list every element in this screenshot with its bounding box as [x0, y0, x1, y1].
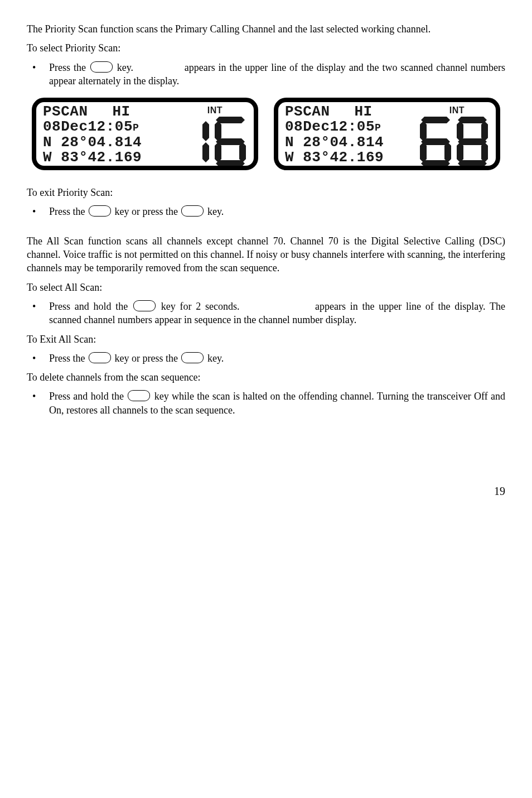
lcd-lat: N 28°04.814 [285, 135, 384, 150]
all-scan-exit-heading: To Exit All Scan: [27, 333, 505, 346]
priority-scan-select-heading: To select Priority Scan: [27, 41, 505, 55]
text-fragment: Press and hold the [49, 391, 127, 402]
text-fragment: key. [205, 353, 224, 364]
priority-scan-intro: The Priority Scan function scans the Pri… [27, 22, 505, 36]
lcd-lat: N 28°04.814 [43, 135, 142, 150]
key-blank-icon [181, 205, 204, 217]
text-fragment: Press the [49, 206, 88, 217]
lcd-pscan: PSCAN [285, 103, 330, 120]
text-fragment: key for 2 seconds. [157, 301, 240, 312]
priority-scan-select-step: Press the key. appears in the upper line… [27, 61, 505, 88]
seven-seg-digit-1 [177, 116, 210, 168]
all-scan-delete-heading: To delete channels from the scan sequenc… [27, 371, 505, 384]
lcd-lon: W 83°42.169 [285, 150, 384, 165]
lcd-datetime: 08Dec12:05 [43, 118, 133, 135]
all-scan-exit-step: Press the key or press the key. [27, 352, 505, 365]
seven-seg-digit-6 [419, 116, 452, 168]
text-fragment: key. [205, 206, 224, 217]
priority-scan-exit-heading: To exit Priority Scan: [27, 186, 505, 199]
all-scan-delete-step: Press and hold the key while the scan is… [27, 390, 505, 417]
page-number: 19 [27, 484, 505, 499]
lcd-datetime: 08Dec12:05 [285, 118, 375, 135]
seven-seg-digit-6 [214, 116, 247, 168]
lcd-text-block: PSCANHI 08Dec12:05P N 28°04.814 W 83°42.… [278, 102, 384, 166]
lcd-text-block: PSCANHI 08Dec12:05P N 28°04.814 W 83°42.… [36, 102, 142, 166]
key-blank-icon [133, 300, 156, 311]
key-blank-icon [128, 390, 150, 401]
key-blank-icon [90, 61, 113, 73]
key-blank-icon [181, 352, 204, 363]
text-fragment: key or press the [112, 206, 180, 217]
lcd-pscan: PSCAN [43, 103, 88, 120]
all-scan-select-step: Press and hold the key for 2 seconds. ap… [27, 300, 505, 327]
lcd-ampm: P [133, 122, 139, 133]
text-fragment: Press and hold the [49, 301, 132, 312]
lcd-lon: W 83°42.169 [43, 150, 142, 165]
lcd-hi: HI [113, 103, 130, 120]
lcd-int-label: INT [449, 104, 465, 117]
text-fragment: key. [114, 62, 133, 73]
all-scan-select-heading: To select All Scan: [27, 281, 505, 294]
lcd-display-ch68: PSCANHI 08Dec12:05P N 28°04.814 W 83°42.… [274, 98, 500, 170]
lcd-channel-number [177, 116, 247, 168]
all-scan-intro: The All Scan function scans all channels… [27, 234, 505, 275]
seven-seg-digit-8 [456, 116, 489, 168]
priority-scan-exit-step: Press the key or press the key. [27, 205, 505, 218]
key-blank-icon [89, 352, 111, 363]
text-fragment: Press the [49, 353, 88, 364]
lcd-ampm: P [375, 122, 381, 133]
lcd-hi: HI [355, 103, 373, 120]
lcd-display-ch16: PSCANHI 08Dec12:05P N 28°04.814 W 83°42.… [32, 98, 258, 170]
lcd-int-label: INT [207, 104, 223, 117]
lcd-displays-row: PSCANHI 08Dec12:05P N 28°04.814 W 83°42.… [27, 98, 505, 170]
text-fragment: key or press the [112, 353, 180, 364]
text-fragment: Press the [49, 62, 89, 73]
lcd-channel-number [419, 116, 489, 168]
key-blank-icon [89, 205, 111, 217]
